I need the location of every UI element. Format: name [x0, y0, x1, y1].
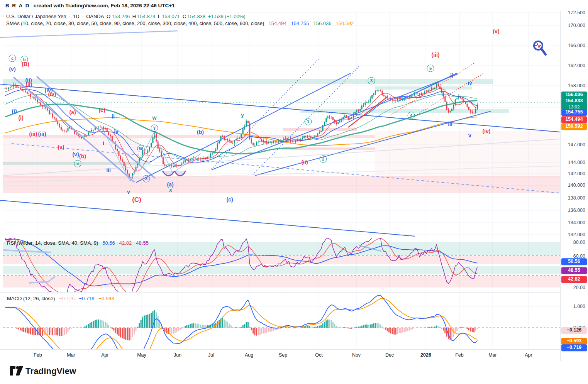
low-value: 153.071: [162, 14, 180, 19]
time-axis-label: Sep: [279, 352, 287, 358]
axis-tick-label: 140.000: [568, 183, 585, 188]
sma-value: 150.592: [336, 20, 354, 26]
pane-separator[interactable]: [0, 292, 588, 293]
symbol-interval[interactable]: 1D: [73, 14, 80, 19]
pane-separator[interactable]: [0, 238, 588, 238]
open-value: 153.246: [112, 14, 130, 19]
price-badge: −0.719: [561, 344, 587, 351]
sma-value: 156.036: [313, 20, 331, 26]
time-axis-label: Feb: [455, 352, 464, 358]
rsi-legend-label[interactable]: RSI (Wilder, 14, close, SMA, 40, SMA, 9): [7, 240, 98, 246]
time-axis-label: Jun: [174, 352, 181, 358]
symbol-exchange[interactable]: OANDA: [86, 14, 104, 19]
price-badge: 154.755: [561, 109, 587, 116]
price-badge: 50.56: [561, 258, 587, 265]
macd-value: −0.126: [59, 296, 75, 301]
axis-tick-label: 147.000: [568, 142, 585, 147]
axis-tick-label: 142.000: [568, 171, 585, 176]
price-axis[interactable]: 172.500170.000166.000162.000158.000147.0…: [560, 11, 588, 361]
time-axis-label: Mar: [488, 352, 497, 358]
time-axis[interactable]: FebMarAprMayJunJulAugSepOctNovDec2026Feb…: [0, 349, 560, 361]
time-axis-label: 2026: [420, 352, 431, 358]
macd-legend[interactable]: MACD (12, 26, close)−0.126−0.719−0.593: [7, 296, 117, 301]
price-badge: 154.494: [561, 116, 587, 123]
axis-tick-label: 144.000: [568, 160, 585, 165]
sma-legend-label[interactable]: SMAs (10, close, 20, close, 30, close, 5…: [6, 20, 264, 26]
macd-legend-label[interactable]: MACD (12, 26, close): [7, 296, 55, 301]
axis-tick-label: 136.000: [568, 208, 585, 213]
tradingview-brand-text[interactable]: TradingView: [25, 366, 76, 376]
high-value: 154.874: [137, 14, 155, 19]
time-axis-label: Apr: [525, 352, 532, 358]
rsi-legend[interactable]: RSI (Wilder, 14, close, SMA, 40, SMA, 9)…: [7, 240, 151, 246]
time-axis-label: Nov: [352, 352, 361, 358]
time-axis-label: Apr: [101, 352, 108, 358]
axis-tick-label: 166.000: [568, 43, 585, 48]
rsi-panel[interactable]: [0, 238, 560, 292]
time-axis-label: Aug: [245, 352, 253, 358]
rsi-value: 50.56: [102, 240, 115, 246]
axis-tick-label: 20.00: [573, 285, 585, 290]
price-badge: 150.592: [561, 123, 587, 130]
time-axis-label: Jul: [208, 352, 214, 358]
symbol-title[interactable]: U.S. Dollar / Japanese Yen: [6, 14, 66, 19]
sma-legend[interactable]: SMAs (10, close, 20, close, 30, close, 5…: [6, 20, 356, 26]
axis-tick-label: 170.000: [568, 23, 585, 28]
change-value: +1.539 (+1.00%): [208, 14, 246, 19]
time-axis-label: Mar: [67, 352, 75, 358]
footer: TradingView: [0, 361, 588, 384]
axis-tick-label: 80.00: [573, 240, 585, 245]
symbol-legend[interactable]: U.S. Dollar / Japanese Yen · 1D · OANDA …: [6, 14, 247, 19]
price-badge: −0.126: [561, 327, 587, 334]
close-value: 154.838: [187, 14, 205, 19]
sma-value: 154.755: [291, 20, 309, 26]
tradingview-chart-window: B_R_A_D_ created with TradingView.com, F…: [0, 0, 588, 384]
macd-value: −0.719: [79, 296, 94, 301]
time-axis-label: Feb: [34, 352, 42, 358]
axis-tick-label: 162.000: [568, 63, 585, 68]
rsi-value: 48.55: [136, 240, 149, 246]
time-axis-label: May: [137, 352, 146, 358]
price-badge: 42.82: [561, 276, 587, 283]
magnifier-pulse-icon[interactable]: [532, 40, 547, 57]
price-badge: −0.593: [561, 338, 587, 345]
axis-tick-label: 138.000: [568, 195, 585, 201]
macd-value: −0.593: [99, 296, 114, 301]
tradingview-logo-icon[interactable]: [10, 365, 23, 376]
axis-tick-label: 134.000: [568, 220, 585, 225]
axis-tick-label: 172.500: [568, 10, 585, 15]
attribution-text: B_R_A_D_ created with TradingView.com, F…: [5, 3, 175, 8]
time-axis-label: Oct: [315, 352, 322, 358]
axis-tick-label: 158.000: [568, 83, 585, 88]
candlestick-chart[interactable]: [0, 11, 560, 238]
price-badge: 154.83813:02: [561, 98, 587, 110]
time-axis-label: Dec: [385, 352, 394, 358]
sma-value: 154.494: [268, 20, 286, 26]
rsi-value: 42.82: [119, 240, 132, 246]
axis-tick-label: 1.000: [573, 304, 585, 309]
price-badge: 48.55: [561, 267, 587, 274]
axis-tick-label: 132.000: [568, 232, 585, 237]
